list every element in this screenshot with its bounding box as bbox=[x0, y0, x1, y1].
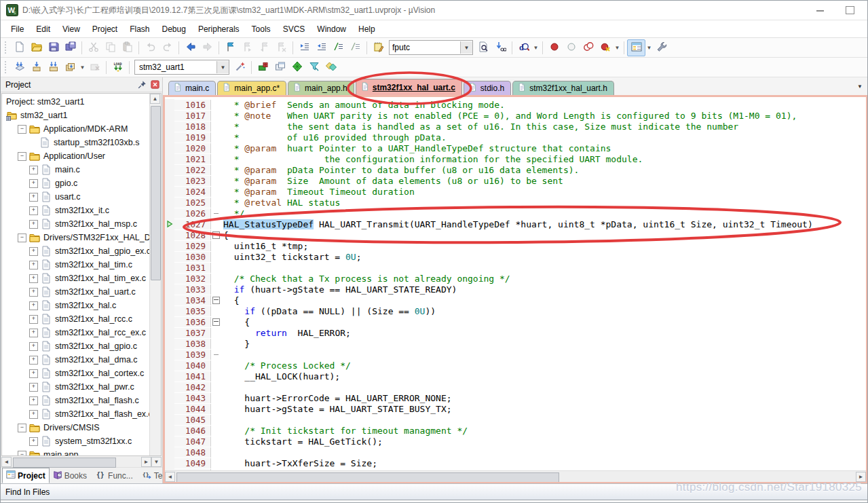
tree-item-stm32f1xx-hal-rcc-ex-c[interactable]: +stm32f1xx_hal_rcc_ex.c bbox=[2, 326, 150, 339]
collapse-toggle-icon[interactable]: − bbox=[18, 234, 26, 242]
scroll-up-button[interactable]: ▲ bbox=[150, 94, 160, 104]
tree-item-stm32f1xx-hal-tim-c[interactable]: +stm32f1xx_hal_tim.c bbox=[2, 258, 150, 272]
breakpoint-margin[interactable] bbox=[165, 338, 174, 349]
code-line-1046[interactable]: 1046 /* Init tickstart for timeout manag… bbox=[165, 425, 866, 436]
undo-button[interactable] bbox=[142, 40, 159, 56]
tree-item-project-stm32-uart1[interactable]: Project: stm32_uart1 bbox=[2, 95, 150, 109]
code-line-1021[interactable]: 1021 * the configuration information for… bbox=[165, 153, 866, 164]
pack-installer-button[interactable] bbox=[322, 60, 339, 75]
search-input[interactable] bbox=[390, 42, 460, 53]
breakpoint-margin[interactable] bbox=[165, 447, 174, 458]
lookup-symbol-button[interactable]: d bbox=[515, 40, 532, 56]
notepad-pencil-button[interactable] bbox=[370, 40, 387, 56]
translate-button[interactable] bbox=[11, 60, 28, 75]
breakpoint-insert-button[interactable] bbox=[546, 40, 563, 56]
code-line-1045[interactable]: 1045 bbox=[165, 414, 866, 425]
project-tree[interactable]: Project: stm32_uart1stm32_uart1−Applicat… bbox=[1, 93, 162, 456]
code-line-1026[interactable]: 1026 */ bbox=[165, 208, 866, 219]
tab-main-app-h[interactable]: main_app.h bbox=[288, 81, 354, 95]
expand-toggle-icon[interactable]: + bbox=[29, 288, 38, 297]
code-line-1019[interactable]: 1019 * of u16 provided through pData. bbox=[165, 132, 866, 143]
code-line-1031[interactable]: 1031 bbox=[165, 262, 866, 273]
tree-item-stm32-uart1[interactable]: stm32_uart1 bbox=[2, 109, 150, 122]
navigate-back-button[interactable] bbox=[182, 40, 199, 56]
redo-button[interactable] bbox=[159, 40, 176, 56]
tree-item-stm32f1xx-hal-rcc-c[interactable]: +stm32f1xx_hal_rcc.c bbox=[2, 312, 150, 326]
expand-toggle-icon[interactable]: + bbox=[29, 206, 38, 215]
collapse-toggle-icon[interactable]: − bbox=[18, 424, 26, 432]
breakpoint-margin[interactable] bbox=[165, 425, 174, 436]
tree-item-stm32f1xx-hal-tim-ex-c[interactable]: +stm32f1xx_hal_tim_ex.c bbox=[2, 272, 150, 285]
tree-item-drivers-stm32f1xx-hal-driver[interactable]: −Drivers/STM32F1xx_HAL_Driver bbox=[2, 231, 150, 244]
panel-tab-func[interactable]: {}Func... bbox=[93, 468, 136, 483]
outdent-button[interactable] bbox=[313, 40, 330, 56]
breakpoint-margin[interactable] bbox=[165, 99, 174, 110]
download-load-button[interactable]: LOAD bbox=[109, 60, 126, 75]
code-line-1032[interactable]: 1032 /* Check that a Tx process is not a… bbox=[165, 273, 866, 284]
code-line-1043[interactable]: 1043 huart->ErrorCode = HAL_UART_ERROR_N… bbox=[165, 392, 866, 403]
breakpoint-margin[interactable] bbox=[165, 208, 174, 219]
scroll-right-button[interactable]: ► bbox=[141, 457, 151, 467]
code-line-1035[interactable]: 1035 if ((pData == NULL) || (Size == 0U)… bbox=[165, 305, 866, 316]
tree-item-stm32f1xx-hal-pwr-c[interactable]: +stm32f1xx_hal_pwr.c bbox=[2, 380, 150, 394]
menu-tools[interactable]: Tools bbox=[246, 22, 277, 37]
collapse-toggle-icon[interactable]: − bbox=[18, 125, 26, 134]
scroll-thumb[interactable] bbox=[151, 106, 161, 280]
tree-item-stm32f1xx-hal-uart-c[interactable]: +stm32f1xx_hal_uart.c bbox=[2, 285, 150, 299]
scroll-down-button[interactable]: ▼ bbox=[151, 457, 162, 467]
uncomment-button[interactable] bbox=[347, 40, 364, 56]
breakpoint-margin[interactable] bbox=[165, 240, 174, 251]
tree-item-main-c[interactable]: +main.c bbox=[2, 163, 150, 176]
scroll-track[interactable] bbox=[12, 457, 141, 467]
tree-item-stm32f1xx-hal-gpio-c[interactable]: +stm32f1xx_hal_gpio.c bbox=[2, 339, 150, 353]
menu-debug[interactable]: Debug bbox=[156, 22, 192, 37]
breakpoint-margin[interactable] bbox=[165, 273, 174, 284]
new-file-button[interactable] bbox=[11, 40, 28, 56]
breakpoint-margin[interactable] bbox=[165, 371, 174, 381]
copy-button[interactable] bbox=[102, 40, 119, 56]
code-line-1036[interactable]: 1036 { bbox=[165, 316, 866, 327]
target-select[interactable]: stm32_uart1▼ bbox=[134, 60, 229, 75]
code-line-1041[interactable]: 1041 __HAL_LOCK(huart); bbox=[165, 371, 866, 381]
code-line-1044[interactable]: 1044 huart->gState = HAL_UART_STATE_BUSY… bbox=[165, 403, 866, 414]
panel-tab-project[interactable]: Project bbox=[2, 468, 50, 483]
pin-panel-button[interactable] bbox=[136, 79, 148, 90]
menu-svcs[interactable]: SVCS bbox=[277, 22, 312, 37]
expand-toggle-icon[interactable]: + bbox=[29, 410, 38, 419]
tree-item-stm32f1xx-hal-gpio-ex-c[interactable]: +stm32f1xx_hal_gpio_ex.c bbox=[2, 244, 150, 258]
breakpoint-margin[interactable] bbox=[165, 414, 174, 425]
breakpoint-margin[interactable] bbox=[165, 436, 174, 447]
breakpoint-disable-button[interactable] bbox=[563, 40, 580, 56]
menu-peripherals[interactable]: Peripherals bbox=[192, 22, 246, 37]
bookmark-prev-button[interactable] bbox=[256, 40, 273, 56]
menu-flash[interactable]: Flash bbox=[124, 22, 155, 37]
collapse-toggle-icon[interactable]: − bbox=[18, 451, 26, 457]
menu-file[interactable]: File bbox=[5, 22, 30, 37]
menu-edit[interactable]: Edit bbox=[30, 22, 56, 37]
breakpoint-margin[interactable] bbox=[165, 110, 174, 121]
scroll-left-button[interactable]: ◄ bbox=[165, 472, 175, 482]
fold-marker-icon[interactable] bbox=[211, 316, 221, 327]
code-line-1034[interactable]: 1034 { bbox=[165, 295, 866, 305]
code-line-1039[interactable]: 1039 bbox=[165, 349, 866, 360]
tree-item-main-app[interactable]: −main app bbox=[2, 448, 150, 456]
functions-filter-button[interactable] bbox=[305, 60, 322, 75]
breakpoint-margin[interactable] bbox=[165, 305, 174, 316]
breakpoint-margin[interactable] bbox=[165, 197, 174, 208]
tab-stm32f1xx-hal-uart-c[interactable]: stm32f1xx_hal_uart.c bbox=[356, 79, 462, 95]
tree-item-stm32f1xx-hal-c[interactable]: +stm32f1xx_hal.c bbox=[2, 299, 150, 312]
expand-toggle-icon[interactable]: + bbox=[29, 315, 38, 324]
fold-marker-icon[interactable] bbox=[211, 229, 221, 240]
breakpoint-enable-all-button[interactable] bbox=[580, 40, 597, 56]
fold-collapse-box[interactable] bbox=[212, 318, 220, 326]
manage-items-button[interactable] bbox=[271, 60, 288, 75]
code-line-1022[interactable]: 1022 * @param pData Pointer to data buff… bbox=[165, 164, 866, 175]
expand-toggle-icon[interactable]: + bbox=[29, 193, 38, 202]
code-line-1047[interactable]: 1047 tickstart = HAL_GetTick(); bbox=[165, 436, 866, 447]
code-line-1030[interactable]: 1030 uint32_t tickstart = 0U; bbox=[165, 251, 866, 262]
code-line-1037[interactable]: 1037 return HAL_ERROR; bbox=[165, 327, 866, 338]
close-panel-button[interactable] bbox=[149, 79, 161, 90]
tree-item-stm32f1xx-hal-msp-c[interactable]: +stm32f1xx_hal_msp.c bbox=[2, 217, 150, 231]
window-layout-dropdown[interactable]: ▼ bbox=[645, 40, 653, 56]
bookmark-clear-button[interactable] bbox=[273, 40, 290, 56]
